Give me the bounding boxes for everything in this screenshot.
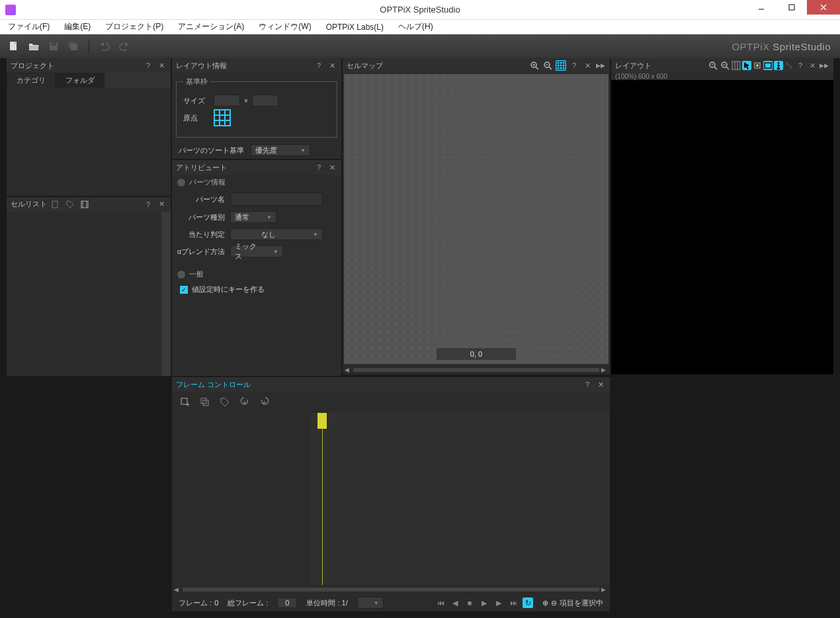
total-frame-input[interactable]: 0 xyxy=(277,597,297,608)
redo-icon[interactable] xyxy=(116,38,133,55)
grid-icon[interactable] xyxy=(556,60,566,71)
prev-frame-icon[interactable]: ◀ xyxy=(450,597,460,608)
cellmap-panel: セルマップ ? ✕ ▶▶ 0, 0 ◀▶ xyxy=(343,58,610,375)
size-height-input[interactable] xyxy=(252,95,278,107)
undo-icon[interactable] xyxy=(96,38,113,55)
svg-text:+: + xyxy=(711,62,714,67)
scrollbar[interactable] xyxy=(161,212,171,376)
scrollbar[interactable] xyxy=(302,413,311,585)
size-width-input[interactable] xyxy=(214,95,240,107)
layout-viewport[interactable] xyxy=(611,80,833,375)
add-part-icon[interactable]: + xyxy=(177,394,193,410)
zoom-out-icon[interactable]: ⊖ xyxy=(551,599,557,607)
help-icon[interactable]: ? xyxy=(143,60,153,71)
zoom-out-icon[interactable] xyxy=(542,60,553,71)
blend-select[interactable]: ミックス xyxy=(230,245,283,257)
cellmap-canvas[interactable]: 0, 0 xyxy=(344,74,609,364)
maximize-button[interactable] xyxy=(777,0,807,15)
menu-labs[interactable]: OPTPiX Labs(L) xyxy=(323,22,386,32)
grid-icon[interactable] xyxy=(732,61,741,70)
tab-category[interactable]: カテゴリ xyxy=(7,73,56,87)
target-icon[interactable] xyxy=(753,61,762,70)
close-icon[interactable]: ✕ xyxy=(595,379,606,390)
close-button[interactable] xyxy=(807,0,840,15)
zoom-in-icon[interactable] xyxy=(529,60,540,71)
tab-folder[interactable]: フォルダ xyxy=(56,73,105,87)
help-icon[interactable]: ? xyxy=(795,60,806,71)
skip-end-icon[interactable]: ⏭ xyxy=(508,597,519,608)
brand-label: OPTPiX SpriteStudio xyxy=(732,41,831,52)
menu-file[interactable]: ファイル(F) xyxy=(5,21,52,33)
tag-icon[interactable] xyxy=(64,199,76,210)
cursor-icon[interactable] xyxy=(742,61,751,70)
rotate-left-icon[interactable]: A xyxy=(237,394,253,410)
parts-name-input[interactable] xyxy=(230,193,323,206)
close-icon[interactable]: ✕ xyxy=(807,60,818,71)
menu-edit[interactable]: 編集(E) xyxy=(62,21,93,33)
svg-rect-39 xyxy=(765,63,771,68)
zoom-out-icon[interactable] xyxy=(720,60,730,71)
unit-time-select[interactable] xyxy=(357,597,384,609)
parts-type-label: パーツ種別 xyxy=(172,212,225,222)
frame-label: フレーム : xyxy=(179,598,212,608)
play-icon[interactable]: ▶ xyxy=(479,597,489,608)
origin-picker[interactable] xyxy=(214,109,231,126)
step-icon[interactable]: ▶▶ xyxy=(595,60,606,71)
svg-rect-9 xyxy=(71,44,77,50)
new-icon[interactable] xyxy=(5,38,22,55)
sort-label: パーツのソート基準 xyxy=(179,146,244,155)
next-frame-icon[interactable]: ▶ xyxy=(493,597,504,608)
help-icon[interactable]: ? xyxy=(143,199,153,210)
stop-icon[interactable]: ■ xyxy=(464,597,475,608)
open-icon[interactable] xyxy=(25,38,42,55)
menu-project[interactable]: プロジェクト(P) xyxy=(103,21,166,33)
page-icon[interactable] xyxy=(50,199,62,210)
svg-text:+: + xyxy=(186,401,190,408)
menu-help[interactable]: ヘルプ(H) xyxy=(396,21,436,33)
help-icon[interactable]: ? xyxy=(314,60,324,71)
svg-line-21 xyxy=(549,67,552,69)
celllist-panel: セルリスト ? ✕ xyxy=(7,197,171,376)
close-icon[interactable]: ✕ xyxy=(156,199,167,210)
layoutinfo-panel: レイアウト情報 ? ✕ 基準枠 サイズ × 原点 パーツのソート xyxy=(172,58,341,159)
minimize-button[interactable] xyxy=(746,0,777,15)
parts-type-select[interactable]: 通常 xyxy=(230,211,276,223)
svg-text:A: A xyxy=(243,400,247,406)
help-icon[interactable]: ? xyxy=(582,379,593,390)
timeline-scrollbar-left[interactable]: ◀▶ xyxy=(172,585,610,594)
close-icon[interactable]: ✕ xyxy=(156,60,167,71)
tag2-icon[interactable] xyxy=(217,394,233,410)
window-title: OPTPiX SpriteStudio xyxy=(380,5,460,15)
zoom-in-icon[interactable]: ⊕ xyxy=(542,599,548,607)
film-icon[interactable] xyxy=(79,199,91,210)
close-icon[interactable]: ✕ xyxy=(327,60,337,71)
menu-animation[interactable]: アニメーション(A) xyxy=(175,21,247,33)
close-icon[interactable]: ✕ xyxy=(582,60,593,71)
main-toolbar: OPTPiX SpriteStudio xyxy=(0,34,840,58)
save-icon[interactable] xyxy=(45,38,62,55)
save-all-icon[interactable] xyxy=(65,38,82,55)
zoom-in-icon[interactable]: + xyxy=(708,60,718,71)
hit-select[interactable]: なし xyxy=(230,228,323,240)
rotate-right-icon[interactable]: A xyxy=(257,394,273,410)
sort-select[interactable]: 優先度 xyxy=(251,144,310,156)
app-icon xyxy=(5,5,16,15)
step-icon[interactable]: ▶▶ xyxy=(819,60,829,71)
copy-icon[interactable] xyxy=(197,394,213,410)
playhead-icon[interactable] xyxy=(317,413,327,429)
svg-rect-12 xyxy=(52,201,58,208)
celllist-panel-title: セルリスト xyxy=(11,199,47,209)
loop-icon[interactable]: ↻ xyxy=(523,597,533,608)
help-icon[interactable]: ? xyxy=(314,162,324,173)
close-icon[interactable]: ✕ xyxy=(327,162,337,173)
key-on-set-checkbox[interactable]: ✓ 値設定時にキーを作る xyxy=(172,282,341,297)
svg-marker-10 xyxy=(101,42,104,46)
horizontal-scrollbar[interactable]: ◀▶ xyxy=(343,365,610,375)
menu-window[interactable]: ウィンドウ(W) xyxy=(256,21,314,33)
frame-icon[interactable] xyxy=(763,61,773,70)
run-icon[interactable] xyxy=(774,61,783,70)
timeline[interactable] xyxy=(311,413,610,585)
svg-point-38 xyxy=(756,64,759,67)
help-icon[interactable]: ? xyxy=(569,60,579,71)
skip-start-icon[interactable]: ⏮ xyxy=(435,597,446,608)
